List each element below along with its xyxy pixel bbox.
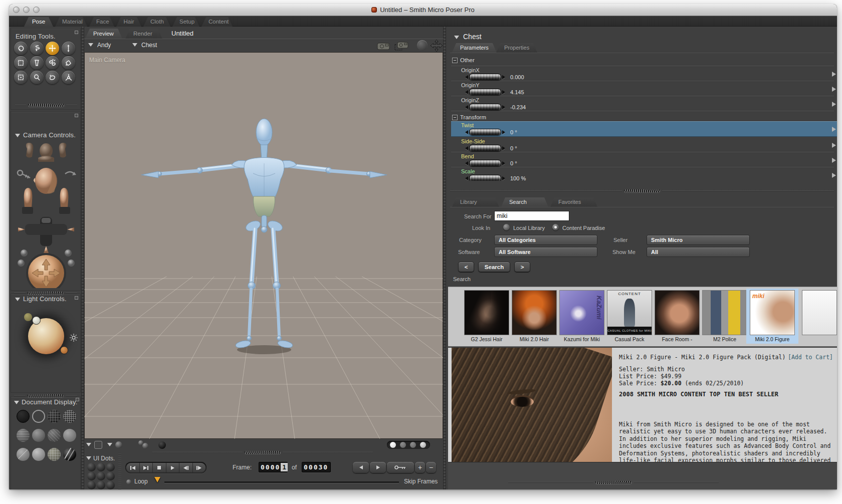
tab-setup[interactable]: Setup (172, 17, 199, 27)
collapse-other-icon[interactable] (452, 58, 458, 63)
light-dot-icon[interactable] (32, 316, 41, 325)
timeline-resize-grip[interactable] (152, 450, 373, 454)
tab-pose[interactable]: Pose (24, 17, 53, 27)
figure-selector[interactable]: Andy (97, 42, 111, 49)
result-item[interactable]: G2 Jessi Hair (462, 290, 511, 342)
tab-favorites[interactable]: Favorites (550, 197, 597, 207)
loop-toggle[interactable] (126, 479, 131, 484)
seller-dropdown[interactable]: Smith Micro (647, 235, 750, 245)
search-input[interactable] (494, 211, 569, 221)
timeline-marker[interactable] (154, 477, 160, 482)
light-dot-icon[interactable] (60, 346, 68, 354)
prev-page-button[interactable]: < (458, 262, 474, 272)
timeline-track[interactable] (164, 481, 399, 483)
result-item-partial[interactable] (802, 290, 837, 335)
param-value[interactable]: 0 ° (510, 160, 517, 166)
paint-tool-icon[interactable] (62, 56, 75, 70)
param-label-scale[interactable]: Scale (461, 168, 475, 174)
tab-render[interactable]: Render (125, 29, 162, 39)
tracking-menu-arrow-icon[interactable] (86, 443, 91, 446)
param-menu-arrow-icon[interactable] (832, 158, 836, 163)
result-item-selected[interactable]: miki Miki 2.0 Figure (748, 290, 797, 342)
tab-content[interactable]: Content (201, 17, 233, 27)
direct-manipulation-tool-icon[interactable] (62, 71, 75, 84)
display-mode-sketch-icon[interactable] (63, 448, 76, 461)
result-item[interactable]: Face Room - (653, 290, 702, 342)
scale-tool-icon[interactable] (14, 56, 28, 70)
style-dot-icon[interactable] (410, 442, 416, 448)
tab-cloth[interactable]: Cloth (143, 17, 170, 27)
radio-local-library[interactable] (503, 224, 510, 230)
delete-keyframe-button[interactable]: − (426, 462, 436, 473)
param-menu-arrow-icon[interactable] (832, 72, 836, 77)
result-thumbnail[interactable]: CONTENT CASUAL CLOTHES for MIKI (607, 290, 652, 335)
category-dropdown[interactable]: All Categories (494, 235, 597, 245)
show-me-dropdown[interactable]: All (647, 247, 750, 257)
chain-break-tool-icon[interactable] (46, 56, 59, 70)
param-label-sideside[interactable]: Side-Side (461, 138, 485, 144)
sun-icon[interactable] (69, 333, 78, 342)
tab-search[interactable]: Search (501, 197, 548, 207)
display-mode-wireframe-icon[interactable] (48, 410, 61, 423)
title-bar[interactable]: Untitled – Smith Micro Poser Pro (9, 4, 837, 16)
ui-dot[interactable] (97, 463, 105, 471)
radio-content-paradise-label[interactable]: Content Paradise (562, 225, 605, 231)
search-results-strip[interactable]: G2 Jessi Hair Miki 2.0 Hair KaZumi Kazum… (448, 287, 837, 347)
param-dial-sideside[interactable] (465, 145, 505, 151)
result-item[interactable]: M2 Police (700, 290, 749, 342)
search-button[interactable]: Search (478, 262, 510, 272)
param-value[interactable]: 0.000 (510, 74, 524, 80)
ui-dot[interactable] (87, 472, 96, 480)
display-style-pill[interactable] (387, 441, 430, 449)
tab-hair[interactable]: Hair (116, 17, 141, 27)
ui-dot[interactable] (106, 481, 115, 489)
ui-dot[interactable] (97, 481, 105, 489)
figure-menu-arrow-icon[interactable] (88, 43, 93, 47)
ui-dot[interactable] (87, 481, 96, 489)
display-mode-texturewire-icon[interactable] (48, 448, 61, 461)
play-button[interactable] (166, 463, 179, 472)
last-frame-button[interactable] (140, 463, 153, 472)
library-bottom-grip[interactable] (508, 480, 719, 484)
step-back-button[interactable] (179, 463, 192, 472)
disclosure-triangle-icon[interactable] (15, 298, 20, 301)
shadow-sphere-icon[interactable] (158, 441, 166, 449)
next-key-button[interactable] (370, 462, 386, 473)
display-mode-outline-icon[interactable] (32, 410, 45, 423)
display-mode-smooth-icon[interactable] (32, 448, 45, 461)
param-menu-arrow-icon[interactable] (832, 143, 836, 148)
param-dial-scale[interactable] (465, 175, 505, 181)
section-widget-icon[interactable] (75, 31, 78, 34)
param-dial-originx[interactable] (465, 74, 505, 80)
radio-content-paradise[interactable] (552, 224, 559, 230)
actor-menu-arrow-icon[interactable] (132, 43, 137, 47)
tab-properties[interactable]: Properties (496, 43, 537, 53)
result-thumbnail[interactable] (655, 290, 700, 335)
disclosure-triangle-icon[interactable] (14, 401, 19, 404)
first-frame-button[interactable] (126, 463, 139, 472)
morphing-tool-icon[interactable] (46, 71, 59, 84)
param-value[interactable]: 0 ° (510, 129, 517, 135)
result-thumbnail[interactable] (464, 290, 509, 335)
tab-preview[interactable]: Preview (85, 29, 122, 39)
result-item[interactable]: Miki 2.0 Hair (510, 290, 559, 342)
style-dot-icon[interactable] (390, 442, 396, 448)
param-label[interactable]: OriginZ (461, 97, 479, 103)
ui-dots-arrow-icon[interactable] (86, 456, 91, 460)
result-thumbnail[interactable]: miki (750, 290, 795, 335)
library-resize-grip[interactable] (450, 189, 834, 192)
result-thumbnail[interactable] (702, 290, 747, 335)
tab-library[interactable]: Library (452, 197, 499, 207)
param-dial-originy[interactable] (465, 89, 505, 95)
param-menu-arrow-icon[interactable] (832, 102, 836, 107)
camera-flyaround-icon[interactable] (376, 41, 391, 53)
tracking-box-icon[interactable] (94, 441, 102, 449)
frame-current-field[interactable]: 00001 (259, 462, 288, 472)
taper-tool-icon[interactable] (30, 56, 44, 70)
radio-local-library-label[interactable]: Local Library (513, 225, 545, 231)
collapse-transform-icon[interactable] (452, 115, 458, 120)
display-mode-silhouette-icon[interactable] (17, 410, 30, 423)
param-value[interactable]: -0.234 (510, 104, 526, 110)
stop-button[interactable] (153, 463, 166, 472)
param-label[interactable]: OriginX (461, 67, 480, 73)
